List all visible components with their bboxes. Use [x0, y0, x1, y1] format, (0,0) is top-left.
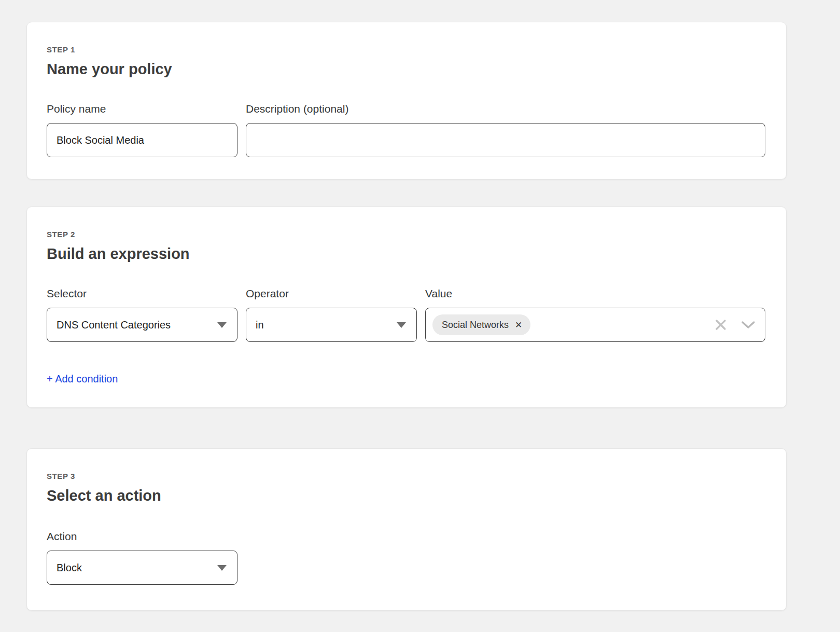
- action-dropdown-value: Block: [57, 562, 82, 574]
- add-condition-link[interactable]: + Add condition: [47, 372, 118, 386]
- card-spacer: [26, 180, 787, 207]
- selector-dropdown-value: DNS Content Categories: [57, 319, 171, 331]
- step1-label: STEP 1: [47, 45, 765, 54]
- multiselect-controls: [714, 308, 755, 341]
- policy-name-field-group: Policy name: [47, 102, 237, 157]
- action-dropdown[interactable]: Block: [47, 551, 237, 585]
- description-field-group: Description (optional): [246, 102, 765, 157]
- policy-name-input[interactable]: [47, 123, 237, 157]
- step3-label: STEP 3: [47, 472, 765, 481]
- step2-title: Build an expression: [47, 244, 765, 263]
- value-tag-label: Social Networks: [442, 320, 509, 331]
- operator-dropdown[interactable]: in: [246, 308, 417, 342]
- chevron-down-icon[interactable]: [741, 320, 755, 329]
- step1-title: Name your policy: [47, 60, 765, 78]
- caret-down-icon: [397, 322, 406, 328]
- policy-builder-page: STEP 1 Name your policy Policy name Desc…: [0, 0, 840, 611]
- description-input[interactable]: [246, 123, 765, 157]
- value-multiselect[interactable]: Social Networks ✕: [425, 308, 765, 342]
- clear-all-icon[interactable]: [714, 318, 727, 332]
- tag-remove-icon[interactable]: ✕: [515, 321, 522, 329]
- operator-dropdown-value: in: [256, 319, 264, 331]
- step1-card: STEP 1 Name your policy Policy name Desc…: [26, 22, 787, 180]
- step2-card: STEP 2 Build an expression Selector DNS …: [26, 207, 787, 408]
- operator-label: Operator: [246, 287, 417, 300]
- value-field-group: Value Social Networks ✕: [425, 287, 765, 342]
- description-label: Description (optional): [246, 102, 765, 116]
- action-label: Action: [47, 530, 237, 543]
- selector-dropdown[interactable]: DNS Content Categories: [47, 308, 237, 342]
- selector-field-group: Selector DNS Content Categories: [47, 287, 237, 342]
- operator-field-group: Operator in: [246, 287, 417, 342]
- selector-label: Selector: [47, 287, 237, 300]
- value-label: Value: [425, 287, 765, 300]
- caret-down-icon: [217, 565, 227, 571]
- caret-down-icon: [217, 322, 227, 328]
- step3-title: Select an action: [47, 486, 765, 505]
- action-field-group: Action Block: [47, 530, 237, 585]
- step3-card: STEP 3 Select an action Action Block: [26, 448, 787, 611]
- step2-label: STEP 2: [47, 230, 765, 239]
- value-tag: Social Networks ✕: [432, 314, 530, 335]
- policy-name-label: Policy name: [47, 102, 237, 116]
- card-spacer: [26, 408, 787, 448]
